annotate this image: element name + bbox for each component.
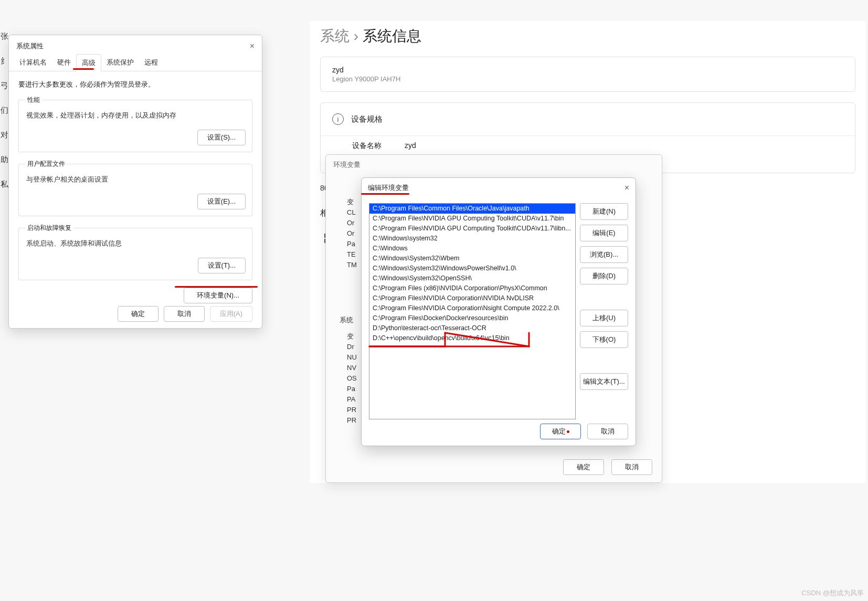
move-down-button[interactable]: 下移(O) bbox=[580, 331, 628, 348]
startup-settings-button[interactable]: 设置(T)... bbox=[198, 258, 246, 273]
list-item[interactable]: Pa bbox=[347, 384, 357, 394]
left-cropped-text: 张纟弓们对助私 bbox=[1, 31, 9, 204]
list-item[interactable]: NV bbox=[347, 363, 357, 373]
userprofile-settings-button[interactable]: 设置(E)... bbox=[197, 194, 246, 209]
path-row[interactable]: C:\Windows\system32 bbox=[369, 234, 575, 244]
dialog-title: 系统属性 bbox=[16, 41, 44, 51]
path-row[interactable]: C:\Windows bbox=[369, 244, 575, 254]
list-item[interactable]: Pa bbox=[347, 239, 357, 249]
user-vars-list: 变CLOrOrPaTETM bbox=[347, 197, 357, 270]
close-icon[interactable]: × bbox=[624, 183, 629, 193]
list-item[interactable]: NU bbox=[347, 352, 357, 363]
list-item[interactable]: OS bbox=[347, 373, 357, 384]
breadcrumb-parent[interactable]: 系统 bbox=[320, 28, 350, 44]
pc-info-card: zyd Legion Y9000P IAH7H bbox=[320, 57, 855, 92]
startup-desc: 系统启动、系统故障和调试信息 bbox=[26, 239, 246, 248]
env-ok-button[interactable]: 确定 bbox=[563, 459, 604, 475]
path-list[interactable]: C:\Program Files\Common Files\Oracle\Jav… bbox=[369, 203, 576, 419]
system-properties-dialog: 系统属性 × 计算机名硬件高级系统保护远程 要进行大多数更改，你必须作为管理员登… bbox=[8, 35, 262, 329]
perf-legend: 性能 bbox=[25, 96, 42, 104]
path-row[interactable]: D:\C++\opencv\build\opencv\build\x64\vc1… bbox=[369, 333, 575, 343]
env-dialog-title: 环境变量 bbox=[326, 155, 662, 175]
system-vars-label: 系统 bbox=[340, 315, 353, 325]
path-row[interactable]: C:\Windows\System32\OpenSSH\ bbox=[369, 273, 575, 283]
path-row[interactable]: C:\Program Files\Docker\Docker\resources… bbox=[369, 313, 575, 323]
edit-button[interactable]: 编辑(E) bbox=[580, 225, 628, 241]
path-row[interactable]: C:\Program Files\Common Files\Oracle\Jav… bbox=[369, 204, 575, 214]
close-icon[interactable]: × bbox=[250, 41, 255, 51]
userprofile-legend: 用户配置文件 bbox=[25, 160, 67, 168]
ok-button[interactable]: 确定 bbox=[118, 306, 158, 322]
list-item[interactable]: CL bbox=[347, 207, 357, 218]
path-row[interactable]: C:\Program Files\NVIDIA GPU Computing To… bbox=[369, 214, 575, 224]
env-variables-button[interactable]: 环境变量(N)... bbox=[184, 288, 252, 303]
new-button[interactable]: 新建(N) bbox=[580, 203, 628, 220]
admin-note: 要进行大多数更改，你必须作为管理员登录。 bbox=[18, 80, 252, 89]
list-item[interactable]: PR bbox=[347, 405, 357, 415]
path-row[interactable]: D:\Python\testeract-ocr\Tesseract-OCR bbox=[369, 323, 575, 333]
breadcrumb: 系统 › 系统信息 bbox=[320, 26, 855, 46]
path-row[interactable]: C:\Program Files\NVIDIA GPU Computing To… bbox=[369, 224, 575, 234]
path-row[interactable]: C:\Program Files\NVIDIA Corporation\Nsig… bbox=[369, 303, 575, 313]
edit-text-button[interactable]: 编辑文本(T)... bbox=[580, 373, 628, 390]
edit-env-dialog: 编辑环境变量 × C:\Program Files\Common Files\O… bbox=[361, 177, 636, 446]
list-item[interactable]: Or bbox=[347, 228, 357, 239]
sysprop-tabs: 计算机名硬件高级系统保护远程 bbox=[9, 54, 262, 71]
list-item[interactable]: PA bbox=[347, 394, 357, 405]
breadcrumb-sep: › bbox=[354, 28, 358, 44]
annotation-underline-advanced bbox=[73, 68, 94, 70]
userprofile-group: 用户配置文件 与登录帐户相关的桌面设置 设置(E)... bbox=[18, 160, 252, 216]
tab-4[interactable]: 远程 bbox=[139, 54, 163, 71]
apply-button: 应用(A) bbox=[210, 306, 252, 322]
list-item[interactable]: 变 bbox=[347, 331, 357, 342]
watermark: CSDN @想成为风筝 bbox=[801, 588, 864, 598]
cancel-button[interactable]: 取消 bbox=[164, 306, 205, 322]
annotation-underline-env bbox=[175, 286, 258, 288]
path-row[interactable]: C:\Windows\System32\WindowsPowerShell\v1… bbox=[369, 263, 575, 273]
path-row[interactable]: C:\Program Files\NVIDIA Corporation\NVID… bbox=[369, 293, 575, 303]
startup-group: 启动和故障恢复 系统启动、系统故障和调试信息 设置(T)... bbox=[18, 224, 252, 280]
pc-name: zyd bbox=[332, 66, 843, 74]
browse-button[interactable]: 浏览(B)... bbox=[580, 246, 628, 263]
edit-env-cancel-button[interactable]: 取消 bbox=[587, 424, 628, 439]
startup-legend: 启动和故障恢复 bbox=[25, 224, 73, 233]
list-item[interactable]: TM bbox=[347, 260, 357, 270]
edit-env-title: 编辑环境变量 bbox=[368, 183, 409, 193]
list-item[interactable]: Or bbox=[347, 218, 357, 228]
perf-desc: 视觉效果，处理器计划，内存使用，以及虚拟内存 bbox=[26, 111, 246, 120]
list-item[interactable]: TE bbox=[347, 249, 357, 260]
device-name-label: 设备名称 bbox=[352, 141, 405, 151]
system-vars-list: 变DrNUNVOSPaPAPRPR bbox=[347, 331, 357, 426]
perf-settings-button[interactable]: 设置(S)... bbox=[197, 130, 246, 145]
move-up-button[interactable]: 上移(U) bbox=[580, 310, 628, 326]
pc-model: Legion Y9000P IAH7H bbox=[332, 75, 843, 83]
list-item[interactable]: 变 bbox=[347, 197, 357, 207]
userprofile-desc: 与登录帐户相关的桌面设置 bbox=[26, 175, 246, 184]
path-row[interactable]: C:\Program Files (x86)\NVIDIA Corporatio… bbox=[369, 283, 575, 293]
breadcrumb-current: 系统信息 bbox=[363, 28, 421, 44]
device-spec-header[interactable]: i 设备规格 bbox=[321, 103, 855, 136]
info-icon: i bbox=[332, 113, 344, 125]
edit-env-ok-button[interactable]: 确定 bbox=[540, 424, 581, 439]
tab-0[interactable]: 计算机名 bbox=[14, 54, 52, 71]
env-cancel-button[interactable]: 取消 bbox=[611, 459, 652, 475]
list-item[interactable]: PR bbox=[347, 415, 357, 426]
delete-button[interactable]: 删除(D) bbox=[580, 268, 628, 284]
path-row[interactable]: C:\Windows\System32\Wbem bbox=[369, 254, 575, 263]
perf-group: 性能 视觉效果，处理器计划，内存使用，以及虚拟内存 设置(S)... bbox=[18, 96, 252, 152]
device-spec-title: 设备规格 bbox=[351, 114, 383, 124]
tab-3[interactable]: 系统保护 bbox=[101, 54, 139, 71]
device-name-value: zyd bbox=[405, 141, 416, 151]
annotation-underline-edit-title bbox=[361, 193, 409, 195]
annotation-dot bbox=[567, 430, 569, 433]
list-item[interactable]: Dr bbox=[347, 342, 357, 352]
